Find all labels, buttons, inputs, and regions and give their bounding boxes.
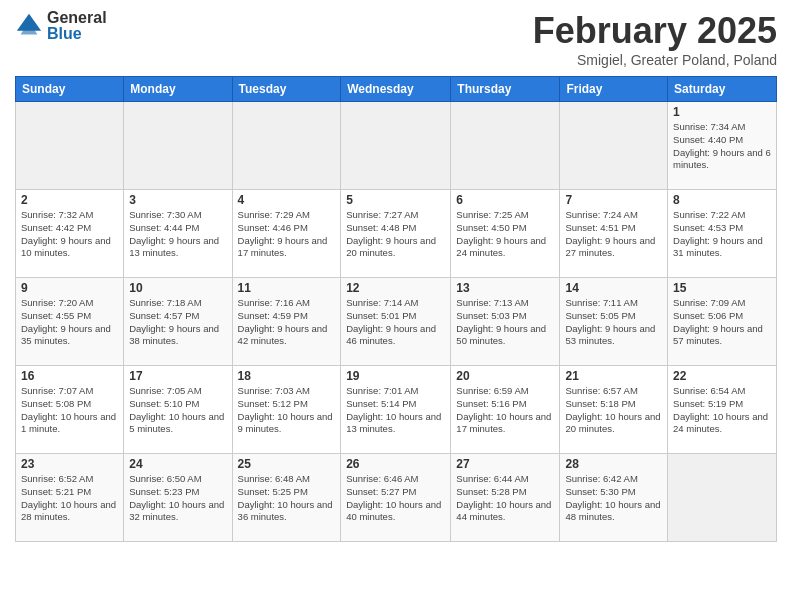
calendar-week-row: 16Sunrise: 7:07 AM Sunset: 5:08 PM Dayli… — [16, 366, 777, 454]
calendar-week-row: 9Sunrise: 7:20 AM Sunset: 4:55 PM Daylig… — [16, 278, 777, 366]
col-sunday: Sunday — [16, 77, 124, 102]
day-info: Sunrise: 7:32 AM Sunset: 4:42 PM Dayligh… — [21, 209, 118, 260]
day-number: 13 — [456, 281, 554, 295]
day-number: 5 — [346, 193, 445, 207]
calendar-week-row: 2Sunrise: 7:32 AM Sunset: 4:42 PM Daylig… — [16, 190, 777, 278]
table-row — [668, 454, 777, 542]
day-number: 26 — [346, 457, 445, 471]
table-row: 24Sunrise: 6:50 AM Sunset: 5:23 PM Dayli… — [124, 454, 232, 542]
table-row: 13Sunrise: 7:13 AM Sunset: 5:03 PM Dayli… — [451, 278, 560, 366]
table-row — [232, 102, 341, 190]
table-row: 1Sunrise: 7:34 AM Sunset: 4:40 PM Daylig… — [668, 102, 777, 190]
day-number: 8 — [673, 193, 771, 207]
col-saturday: Saturday — [668, 77, 777, 102]
day-number: 4 — [238, 193, 336, 207]
day-number: 10 — [129, 281, 226, 295]
table-row: 17Sunrise: 7:05 AM Sunset: 5:10 PM Dayli… — [124, 366, 232, 454]
table-row: 11Sunrise: 7:16 AM Sunset: 4:59 PM Dayli… — [232, 278, 341, 366]
logo-icon — [15, 12, 43, 40]
day-info: Sunrise: 6:50 AM Sunset: 5:23 PM Dayligh… — [129, 473, 226, 524]
day-number: 6 — [456, 193, 554, 207]
logo-general: General — [47, 10, 107, 26]
day-number: 15 — [673, 281, 771, 295]
day-info: Sunrise: 7:34 AM Sunset: 4:40 PM Dayligh… — [673, 121, 771, 172]
page-header: General Blue February 2025 Smigiel, Grea… — [15, 10, 777, 68]
day-number: 9 — [21, 281, 118, 295]
table-row: 19Sunrise: 7:01 AM Sunset: 5:14 PM Dayli… — [341, 366, 451, 454]
day-info: Sunrise: 6:44 AM Sunset: 5:28 PM Dayligh… — [456, 473, 554, 524]
day-number: 21 — [565, 369, 662, 383]
day-info: Sunrise: 7:24 AM Sunset: 4:51 PM Dayligh… — [565, 209, 662, 260]
day-info: Sunrise: 6:59 AM Sunset: 5:16 PM Dayligh… — [456, 385, 554, 436]
table-row: 4Sunrise: 7:29 AM Sunset: 4:46 PM Daylig… — [232, 190, 341, 278]
day-info: Sunrise: 7:05 AM Sunset: 5:10 PM Dayligh… — [129, 385, 226, 436]
table-row: 23Sunrise: 6:52 AM Sunset: 5:21 PM Dayli… — [16, 454, 124, 542]
table-row — [560, 102, 668, 190]
day-number: 1 — [673, 105, 771, 119]
table-row: 27Sunrise: 6:44 AM Sunset: 5:28 PM Dayli… — [451, 454, 560, 542]
day-info: Sunrise: 7:30 AM Sunset: 4:44 PM Dayligh… — [129, 209, 226, 260]
table-row: 8Sunrise: 7:22 AM Sunset: 4:53 PM Daylig… — [668, 190, 777, 278]
day-number: 12 — [346, 281, 445, 295]
table-row: 6Sunrise: 7:25 AM Sunset: 4:50 PM Daylig… — [451, 190, 560, 278]
day-number: 3 — [129, 193, 226, 207]
day-info: Sunrise: 7:11 AM Sunset: 5:05 PM Dayligh… — [565, 297, 662, 348]
day-info: Sunrise: 7:01 AM Sunset: 5:14 PM Dayligh… — [346, 385, 445, 436]
day-info: Sunrise: 7:07 AM Sunset: 5:08 PM Dayligh… — [21, 385, 118, 436]
day-number: 2 — [21, 193, 118, 207]
day-number: 25 — [238, 457, 336, 471]
day-info: Sunrise: 7:03 AM Sunset: 5:12 PM Dayligh… — [238, 385, 336, 436]
day-info: Sunrise: 7:13 AM Sunset: 5:03 PM Dayligh… — [456, 297, 554, 348]
day-number: 27 — [456, 457, 554, 471]
day-number: 23 — [21, 457, 118, 471]
day-number: 11 — [238, 281, 336, 295]
day-info: Sunrise: 7:22 AM Sunset: 4:53 PM Dayligh… — [673, 209, 771, 260]
table-row: 21Sunrise: 6:57 AM Sunset: 5:18 PM Dayli… — [560, 366, 668, 454]
logo-blue: Blue — [47, 26, 107, 42]
day-number: 24 — [129, 457, 226, 471]
day-number: 22 — [673, 369, 771, 383]
day-info: Sunrise: 6:48 AM Sunset: 5:25 PM Dayligh… — [238, 473, 336, 524]
table-row: 25Sunrise: 6:48 AM Sunset: 5:25 PM Dayli… — [232, 454, 341, 542]
day-info: Sunrise: 7:14 AM Sunset: 5:01 PM Dayligh… — [346, 297, 445, 348]
table-row: 10Sunrise: 7:18 AM Sunset: 4:57 PM Dayli… — [124, 278, 232, 366]
calendar-header-row: Sunday Monday Tuesday Wednesday Thursday… — [16, 77, 777, 102]
calendar-table: Sunday Monday Tuesday Wednesday Thursday… — [15, 76, 777, 542]
col-monday: Monday — [124, 77, 232, 102]
month-title: February 2025 — [533, 10, 777, 52]
calendar-week-row: 23Sunrise: 6:52 AM Sunset: 5:21 PM Dayli… — [16, 454, 777, 542]
day-number: 19 — [346, 369, 445, 383]
table-row: 26Sunrise: 6:46 AM Sunset: 5:27 PM Dayli… — [341, 454, 451, 542]
table-row: 16Sunrise: 7:07 AM Sunset: 5:08 PM Dayli… — [16, 366, 124, 454]
logo: General Blue — [15, 10, 107, 42]
calendar-week-row: 1Sunrise: 7:34 AM Sunset: 4:40 PM Daylig… — [16, 102, 777, 190]
col-thursday: Thursday — [451, 77, 560, 102]
day-info: Sunrise: 6:46 AM Sunset: 5:27 PM Dayligh… — [346, 473, 445, 524]
day-number: 18 — [238, 369, 336, 383]
day-info: Sunrise: 7:16 AM Sunset: 4:59 PM Dayligh… — [238, 297, 336, 348]
title-block: February 2025 Smigiel, Greater Poland, P… — [533, 10, 777, 68]
day-number: 14 — [565, 281, 662, 295]
day-info: Sunrise: 6:57 AM Sunset: 5:18 PM Dayligh… — [565, 385, 662, 436]
day-info: Sunrise: 6:54 AM Sunset: 5:19 PM Dayligh… — [673, 385, 771, 436]
logo-text: General Blue — [47, 10, 107, 42]
table-row: 15Sunrise: 7:09 AM Sunset: 5:06 PM Dayli… — [668, 278, 777, 366]
table-row: 3Sunrise: 7:30 AM Sunset: 4:44 PM Daylig… — [124, 190, 232, 278]
table-row: 14Sunrise: 7:11 AM Sunset: 5:05 PM Dayli… — [560, 278, 668, 366]
day-info: Sunrise: 7:25 AM Sunset: 4:50 PM Dayligh… — [456, 209, 554, 260]
day-info: Sunrise: 7:29 AM Sunset: 4:46 PM Dayligh… — [238, 209, 336, 260]
table-row — [16, 102, 124, 190]
col-tuesday: Tuesday — [232, 77, 341, 102]
day-info: Sunrise: 6:42 AM Sunset: 5:30 PM Dayligh… — [565, 473, 662, 524]
day-info: Sunrise: 7:18 AM Sunset: 4:57 PM Dayligh… — [129, 297, 226, 348]
day-info: Sunrise: 6:52 AM Sunset: 5:21 PM Dayligh… — [21, 473, 118, 524]
table-row: 12Sunrise: 7:14 AM Sunset: 5:01 PM Dayli… — [341, 278, 451, 366]
day-number: 20 — [456, 369, 554, 383]
day-info: Sunrise: 7:09 AM Sunset: 5:06 PM Dayligh… — [673, 297, 771, 348]
day-number: 7 — [565, 193, 662, 207]
day-number: 28 — [565, 457, 662, 471]
table-row: 20Sunrise: 6:59 AM Sunset: 5:16 PM Dayli… — [451, 366, 560, 454]
day-info: Sunrise: 7:27 AM Sunset: 4:48 PM Dayligh… — [346, 209, 445, 260]
table-row — [341, 102, 451, 190]
table-row: 5Sunrise: 7:27 AM Sunset: 4:48 PM Daylig… — [341, 190, 451, 278]
